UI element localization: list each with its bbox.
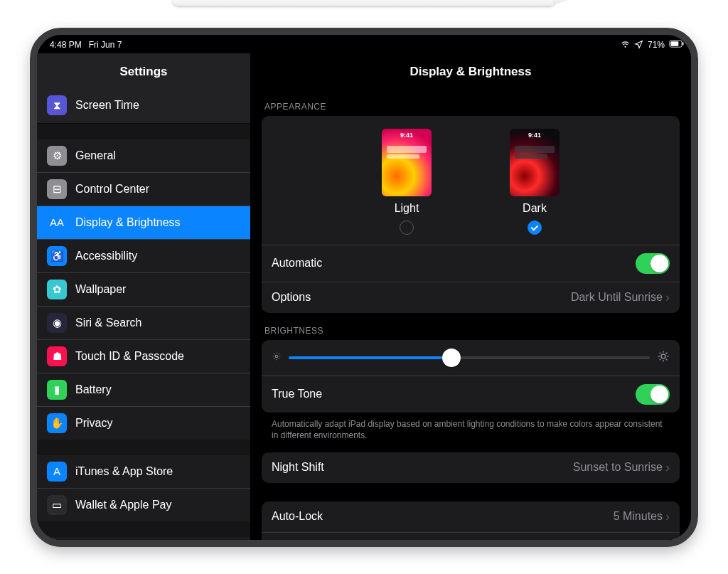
svg-rect-3 [682,42,684,46]
night-shift-row[interactable]: Night Shift Sunset to Sunrise › [262,452,680,483]
wifi-icon [621,40,630,49]
true-tone-label: True Tone [272,388,322,400]
sidebar-item-label: General [75,149,116,162]
touch-id-passcode-icon: ☗ [47,346,67,366]
options-label: Options [272,291,311,304]
brightness-slider-row [262,340,680,376]
sidebar-item-control-center[interactable]: ⊟Control Center [37,172,250,206]
automatic-row: Automatic [262,245,680,282]
sidebar-item-label: Privacy [75,417,112,430]
true-tone-toggle[interactable] [636,384,670,405]
dark-radio[interactable] [528,220,542,235]
battery-percent: 71% [648,40,665,50]
sidebar-item-privacy[interactable]: ✋Privacy [37,406,250,440]
sidebar-item-accessibility[interactable]: ♿Accessibility [37,239,250,272]
preview-time: 9:41 [382,132,432,139]
sidebar-item-label: iTunes & App Store [75,465,173,478]
sidebar-item-siri-search[interactable]: ◉Siri & Search [37,306,250,339]
siri-search-icon: ◉ [47,313,67,333]
brightness-card: True Tone [262,340,680,413]
sidebar-item-passwords-accounts[interactable]: 🔑Passwords & Accounts [37,537,250,540]
sun-large-icon [657,350,670,366]
detail-scroll[interactable]: APPEARANCE 9:41 Light [250,89,691,540]
dark-label: Dark [523,202,547,215]
itunes-app-store-icon: A [47,462,67,482]
general-icon: ⚙ [47,146,67,166]
brightness-slider-knob[interactable] [442,349,461,367]
brightness-slider[interactable] [289,356,650,359]
preview-time: 9:41 [510,132,560,139]
ipad-device: 4:48 PM Fri Jun 7 71% Setting [30,28,698,547]
brightness-header: BRIGHTNESS [264,326,677,336]
sidebar-item-label: Display & Brightness [75,216,181,229]
sidebar-item-label: Battery [75,383,112,396]
status-time: 4:48 PM [50,40,82,50]
sidebar-item-battery[interactable]: ▮Battery [37,373,250,406]
svg-point-4 [275,355,278,358]
chevron-right-icon: › [665,460,670,475]
sidebar-item-screen-time[interactable]: ⧗Screen Time [37,89,250,122]
sidebar-title: Settings [37,53,250,89]
detail-pane: Display & Brightness APPEARANCE 9:41 Lig… [250,53,691,540]
sidebar-item-display-brightness[interactable]: AADisplay & Brightness [37,206,250,239]
svg-rect-2 [670,41,678,46]
sidebar-item-label: Touch ID & Passcode [75,350,184,363]
night-shift-card: Night Shift Sunset to Sunrise › [262,452,680,483]
status-date: Fri Jun 7 [89,40,122,50]
light-label: Light [395,202,419,215]
chevron-right-icon: › [665,290,670,305]
lock-card: Auto-Lock 5 Minutes › Lock / Unlock [262,501,680,540]
night-shift-label: Night Shift [272,461,324,474]
wallet-apple-pay-icon: ▭ [47,495,67,515]
night-shift-value: Sunset to Sunrise [573,461,663,474]
true-tone-row: True Tone [262,376,680,413]
privacy-icon: ✋ [47,413,67,433]
battery-icon: ▮ [47,380,67,400]
battery-icon [669,40,678,49]
sidebar-item-general[interactable]: ⚙General [37,139,250,172]
status-bar: 4:48 PM Fri Jun 7 71% [37,35,691,53]
accessibility-icon: ♿ [47,246,67,266]
sidebar-item-label: Control Center [75,183,149,196]
sidebar-item-itunes-app-store[interactable]: AiTunes & App Store [37,455,250,488]
svg-point-5 [661,354,665,358]
screen-time-icon: ⧗ [47,95,67,115]
status-left: 4:48 PM Fri Jun 7 [50,40,122,50]
appearance-light-option[interactable]: 9:41 Light [382,129,432,235]
settings-sidebar: Settings ⧗Screen Time ⚙General⊟Control C… [37,53,250,540]
sidebar-item-label: Screen Time [75,99,139,112]
settings-app: 4:48 PM Fri Jun 7 71% Setting [37,35,691,540]
status-right: 71% [621,40,678,50]
true-tone-caption: Automatically adapt iPad display based o… [262,413,680,442]
svg-point-0 [625,46,626,47]
sun-small-icon [272,351,282,364]
sidebar-item-touch-id-passcode[interactable]: ☗Touch ID & Passcode [37,339,250,373]
chevron-right-icon: › [665,509,670,524]
detail-title: Display & Brightness [250,53,691,89]
automatic-label: Automatic [272,257,322,270]
display-brightness-icon: AA [47,213,67,233]
control-center-icon: ⊟ [47,179,67,199]
sidebar-item-label: Accessibility [75,250,137,262]
dark-preview: 9:41 [510,129,560,196]
lock-unlock-row: Lock / Unlock [262,532,680,540]
auto-lock-row[interactable]: Auto-Lock 5 Minutes › [262,501,680,532]
sidebar-item-label: Wallet & Apple Pay [75,499,171,511]
options-value: Dark Until Sunrise [571,291,663,304]
location-icon [634,40,643,49]
auto-lock-value: 5 Minutes [614,510,663,523]
wallpaper-icon: ✿ [47,280,67,299]
light-radio[interactable] [400,220,414,235]
sidebar-item-wallet-apple-pay[interactable]: ▭Wallet & Apple Pay [37,488,250,521]
appearance-header: APPEARANCE [264,102,677,112]
sidebar-item-label: Siri & Search [75,317,141,329]
light-preview: 9:41 [382,129,432,196]
sidebar-item-wallpaper[interactable]: ✿Wallpaper [37,272,250,306]
apple-pencil [172,0,556,6]
automatic-toggle[interactable] [636,253,670,274]
sidebar-item-label: Wallpaper [75,283,126,296]
appearance-card: 9:41 Light 9:41 [262,116,680,313]
options-row[interactable]: Options Dark Until Sunrise › [262,282,680,313]
auto-lock-label: Auto-Lock [272,510,323,523]
appearance-dark-option[interactable]: 9:41 Dark [510,129,560,235]
